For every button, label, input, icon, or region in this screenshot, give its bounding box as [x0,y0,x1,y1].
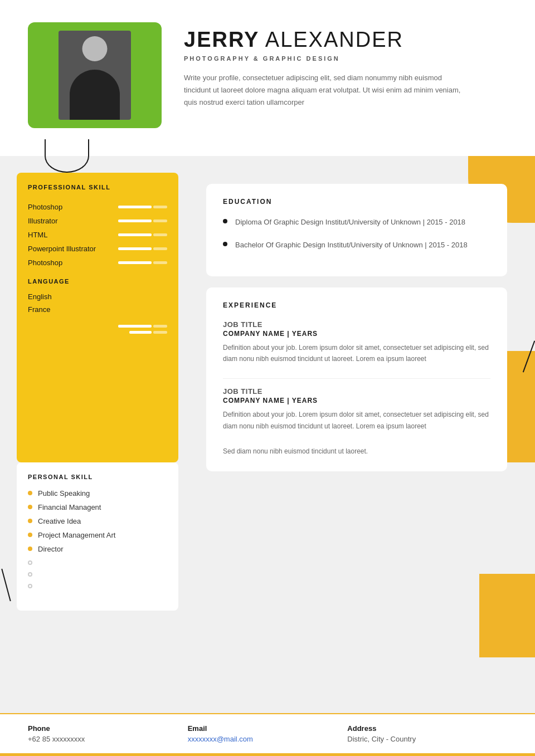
job-desc-1: Definition about your job. Lorem ipsum d… [223,342,490,365]
education-section: EDUCATION Diploma Of Graphic Design Inst… [206,184,507,276]
experience-title: EXPERIENCE [223,301,490,309]
skill-item: HTML [28,231,167,239]
skill-item: Powerpoint Illustrator [28,245,167,253]
footer-phone: Phone +62 85 xxxxxxxxx [28,724,188,743]
bar-full [118,220,152,222]
personal-skill-item-financial: Financial Managent [28,503,167,511]
lang-france: France [28,305,167,314]
resume-page: JERRY ALEXANDER PHOTOGRAPHY & GRAPHIC DE… [0,0,535,756]
education-item-diploma: Diploma Of Graphic Design Institut/Unive… [223,217,490,228]
footer-address-value: Distric, City - Country [347,735,507,743]
bar-full [118,233,152,236]
skill-bar-ppt [118,247,167,250]
skill-name-photoshop1: Photoshop [28,203,106,211]
personal-skill-card: PERSONAL SKILL Public Speaking Financial… [17,462,178,611]
edu-text-diploma: Diploma Of Graphic Design Institut/Unive… [235,217,465,228]
personal-skill-item-director: Director [28,545,167,553]
skill-bar-photoshop1 [118,206,167,208]
footer-email: Email xxxxxxxx@mail.com [188,724,348,743]
bar-partial [153,247,167,250]
edu-text-bachelor: Bachelor Of Graphic Design Institut/Univ… [235,240,468,251]
job-title-2: JOB TITLE [223,387,490,396]
bar-partial [153,261,167,264]
photo-box [28,22,162,128]
personal-skill-title: PERSONAL SKILL [28,474,167,480]
profile-photo [59,31,131,120]
job-desc-2: Definition about your job. Lorem ipsum d… [223,409,490,432]
bar-partial [153,325,167,328]
personal-skill-name: Public Speaking [38,489,90,498]
bar-partial [153,233,167,236]
lang-english: English [28,292,167,301]
full-name: JERRY ALEXANDER [184,28,507,52]
skill-name-ppt: Powerpoint Illustrator [28,245,106,253]
footer-email-label: Email [188,724,348,733]
footer-address: Address Distric, City - Country [347,724,507,743]
bullet-icon [28,519,32,523]
skill-item: Illustrator [28,217,167,225]
professional-skill-title: PROFESSIONAL SKILL [28,184,167,193]
footer-section: Phone +62 85 xxxxxxxxx Email xxxxxxxx@ma… [0,713,535,753]
personal-skill-item-empty2 [28,570,167,577]
right-content: EDUCATION Diploma Of Graphic Design Inst… [189,156,535,713]
bar-row [28,325,167,328]
skill-bar-html [118,233,167,236]
experience-section: EXPERIENCE JOB TITLE COMPANY NAME | YEAR… [206,287,507,471]
personal-skill-item-empty1 [28,559,167,565]
personal-skill-name: Financial Managent [38,503,101,511]
yellow-footer-bar [0,753,535,756]
edu-bullet-icon [223,242,227,246]
bullet-empty-icon [28,584,32,588]
profile-text: Write your profile, consectetuer adipisc… [184,72,463,109]
footer-email-value[interactable]: xxxxxxxx@mail.com [188,735,348,743]
skill-bar-illustrator [118,220,167,222]
education-title: EDUCATION [223,198,490,206]
skill-name-photoshop2: Photoshop [28,258,106,267]
skill-item: Photoshop [28,203,167,211]
skill-bar-photoshop2 [118,261,167,264]
left-sidebar: PROFESSIONAL SKILL Photoshop Illustrator [0,156,189,713]
bar-partial [153,331,167,334]
footer-address-label: Address [347,724,507,733]
header-section: JERRY ALEXANDER PHOTOGRAPHY & GRAPHIC DE… [0,0,535,156]
company-name-1: COMPANY NAME | YEARS [223,330,490,338]
bar-full [118,261,152,264]
experience-item-1: JOB TITLE COMPANY NAME | YEARS Definitio… [223,320,490,365]
company-name-2: COMPANY NAME | YEARS [223,397,490,404]
bar-partial [153,220,167,222]
personal-skill-name: Project Management Art [38,531,115,539]
header-info: JERRY ALEXANDER PHOTOGRAPHY & GRAPHIC DE… [184,22,507,109]
bullet-icon [28,505,32,509]
first-name: JERRY [184,28,259,51]
personal-skill-item-project: Project Management Art [28,531,167,539]
personal-skill-name: Creative Idea [38,517,81,525]
skill-name-html: HTML [28,231,106,239]
bar-partial [153,206,167,208]
deco-arc [45,139,89,173]
professional-skill-card: PROFESSIONAL SKILL Photoshop Illustrator [17,173,178,462]
divider [223,378,490,379]
bar-full [118,325,152,328]
bullet-icon [28,491,32,495]
education-item-bachelor: Bachelor Of Graphic Design Institut/Univ… [223,240,490,251]
personal-skill-item-creative: Creative Idea [28,517,167,525]
extra-experience-text: Sed diam nonu nibh euismod tincidunt ut … [223,446,490,457]
language-title: LANGUAGE [28,278,167,285]
bullet-empty-icon [28,560,32,565]
bullet-empty-icon [28,572,32,577]
personal-skill-name: Director [38,545,64,553]
main-body: PROFESSIONAL SKILL Photoshop Illustrator [0,156,535,713]
language-section: LANGUAGE English France [28,278,167,314]
extra-bars [28,325,167,334]
edu-bullet-icon [223,219,227,223]
skill-item: Photoshop [28,258,167,267]
footer-phone-label: Phone [28,724,188,733]
experience-item-2: JOB TITLE COMPANY NAME | YEARS Definitio… [223,387,490,432]
bar-short [129,331,152,334]
bullet-icon [28,533,32,537]
personal-skill-item-empty3 [28,582,167,588]
last-name: ALEXANDER [265,28,403,51]
bar-full [118,206,152,208]
bar-row [28,331,167,334]
job-title-1: JOB TITLE [223,320,490,329]
